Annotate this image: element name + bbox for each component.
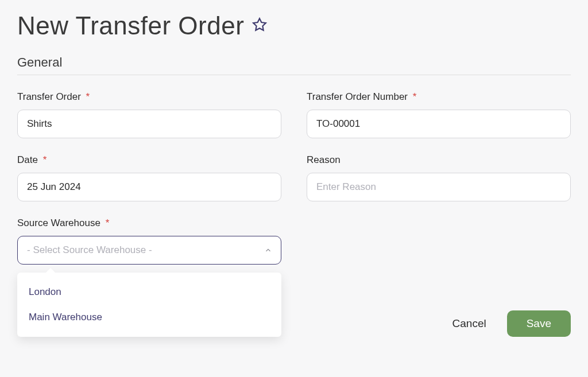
source-warehouse-label-text: Source Warehouse xyxy=(17,217,100,228)
source-warehouse-select[interactable]: - Select Source Warehouse - xyxy=(17,236,281,265)
section-divider xyxy=(17,75,571,75)
page-title: New Transfer Order xyxy=(17,11,244,40)
date-label: Date * xyxy=(17,154,281,166)
reason-label: Reason xyxy=(307,154,571,166)
date-input[interactable] xyxy=(17,173,281,201)
cancel-button[interactable]: Cancel xyxy=(448,312,491,336)
reason-input[interactable] xyxy=(307,173,571,201)
dropdown-arrow xyxy=(46,268,55,273)
dropdown-option-london[interactable]: London xyxy=(17,279,281,305)
required-marker: * xyxy=(106,217,110,228)
section-general-title: General xyxy=(17,55,571,70)
dropdown-option-main-warehouse[interactable]: Main Warehouse xyxy=(17,305,281,330)
transfer-order-label-text: Transfer Order xyxy=(17,91,81,102)
source-warehouse-placeholder: - Select Source Warehouse - xyxy=(27,244,152,256)
transfer-order-label: Transfer Order * xyxy=(17,91,281,103)
source-warehouse-label: Source Warehouse * xyxy=(17,217,281,229)
required-marker: * xyxy=(86,91,90,102)
required-marker: * xyxy=(43,154,47,165)
svg-marker-0 xyxy=(254,18,266,30)
source-warehouse-dropdown: London Main Warehouse xyxy=(17,273,281,337)
date-label-text: Date xyxy=(17,154,38,165)
save-button[interactable]: Save xyxy=(507,310,571,337)
transfer-order-number-input[interactable] xyxy=(307,110,571,138)
transfer-order-input[interactable] xyxy=(17,110,281,138)
transfer-order-number-label-text: Transfer Order Number xyxy=(307,91,408,102)
chevron-up-icon xyxy=(264,246,272,254)
reason-label-text: Reason xyxy=(307,154,341,165)
favorite-star-icon[interactable] xyxy=(252,17,267,34)
transfer-order-number-label: Transfer Order Number * xyxy=(307,91,571,103)
required-marker: * xyxy=(413,91,417,102)
